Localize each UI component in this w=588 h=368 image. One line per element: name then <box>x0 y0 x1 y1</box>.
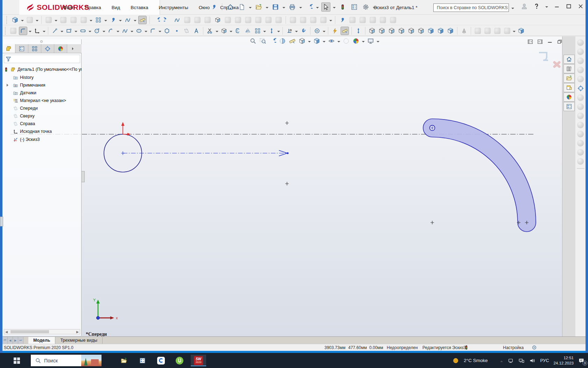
tool-ball-1-icon[interactable] <box>577 39 584 46</box>
mirror-entities-button[interactable] <box>244 27 252 35</box>
rectangle-tool-button[interactable] <box>65 27 73 35</box>
sketch-fillet-button[interactable] <box>149 27 157 35</box>
help-caret[interactable] <box>545 6 548 9</box>
weldment-button[interactable] <box>483 27 492 35</box>
cast-tray-icon[interactable] <box>507 357 514 364</box>
previous-view-button[interactable] <box>269 37 276 45</box>
arc-tool-button[interactable] <box>107 27 115 35</box>
extrude-cut-button[interactable] <box>79 16 88 24</box>
maximize-icon[interactable] <box>566 3 572 9</box>
close-icon[interactable] <box>578 3 584 9</box>
hide-show-items-button[interactable] <box>328 37 335 45</box>
select-tool-button[interactable] <box>321 2 330 12</box>
reference-plane-button[interactable] <box>338 16 346 24</box>
view-cube-1[interactable] <box>368 27 376 35</box>
dock-left-icon[interactable] <box>527 39 533 45</box>
network-tray-icon[interactable] <box>518 357 525 364</box>
tree-item-material[interactable]: Материал <не указан> <box>2 97 82 104</box>
grid-system-button[interactable] <box>9 27 18 35</box>
view-cube-3[interactable] <box>387 27 396 35</box>
task-pane-library-tab[interactable] <box>564 64 575 73</box>
intersect-button[interactable] <box>234 16 242 24</box>
propertymanager-tab[interactable] <box>15 44 28 53</box>
view-cube-shaded-2[interactable] <box>436 27 445 35</box>
configurationmanager-tab[interactable] <box>28 44 41 53</box>
thread-button[interactable] <box>274 16 283 24</box>
loft-boss-button[interactable] <box>59 16 68 24</box>
save-button[interactable] <box>271 2 280 12</box>
tab-scroll-last[interactable]: ⏭ <box>18 337 23 344</box>
modify-sketch-button[interactable] <box>354 27 363 35</box>
search-scope-caret[interactable] <box>511 8 514 11</box>
tree-item-origin[interactable]: Исходная точка <box>2 128 82 135</box>
tree-item-annotations[interactable]: Примечания <box>2 82 82 89</box>
tool-ball-11-icon[interactable] <box>577 140 584 146</box>
point-ref-button[interactable] <box>369 16 377 24</box>
model-tab[interactable]: Модель <box>28 337 55 344</box>
home-button[interactable] <box>226 2 235 12</box>
toolbar-grip[interactable] <box>6 16 8 24</box>
spline-tool-button[interactable] <box>121 27 129 35</box>
task-pane-custom-properties-tab[interactable] <box>564 83 575 92</box>
menu-file[interactable]: Файл <box>62 4 75 12</box>
panel-grab-handle[interactable] <box>40 40 43 43</box>
tool-ball-13-icon[interactable] <box>577 158 584 165</box>
scroll-right-arrow[interactable]: ▶ <box>75 330 80 334</box>
dropdown-caret[interactable] <box>316 7 319 10</box>
tray-expand-chevron[interactable] <box>500 359 503 362</box>
dropdown-caret[interactable] <box>249 7 252 10</box>
displaymanager-tab[interactable] <box>54 44 67 53</box>
wrap-button[interactable] <box>224 16 232 24</box>
tree-horizontal-scrollbar[interactable]: ◀ ▶ <box>4 329 80 334</box>
plane-sketch-button[interactable] <box>182 27 191 35</box>
dropdown-caret[interactable] <box>333 7 336 10</box>
tab-scroll-prev[interactable]: ◀ <box>8 337 13 344</box>
tree-item-sensors[interactable]: Датчики <box>2 89 82 96</box>
advanced-hole-button[interactable] <box>264 16 273 24</box>
tab-scroll-first[interactable]: ⏮ <box>2 337 8 344</box>
repair-sketch-button[interactable] <box>299 27 308 35</box>
view-cube-5[interactable] <box>407 27 415 35</box>
instant2d-button[interactable] <box>341 27 349 35</box>
panel-splitter-handle[interactable] <box>82 171 85 182</box>
tree-item-part-root[interactable]: Деталь1 (По умолчанию<<По умолча <box>2 66 82 73</box>
tree-item-top-plane[interactable]: Сверху <box>2 113 82 120</box>
tree-filter-box[interactable] <box>4 55 80 63</box>
attach-cube-button[interactable] <box>517 27 525 35</box>
tool-ball-12-icon[interactable] <box>577 149 584 156</box>
taskbar-search-box[interactable]: Поиск <box>31 355 102 366</box>
hole-wizard-button[interactable] <box>254 16 262 24</box>
display-relations-button[interactable] <box>285 27 294 35</box>
trim-entities-button[interactable] <box>206 27 214 35</box>
convert-entities-button[interactable] <box>220 27 228 35</box>
apply-scene-button[interactable] <box>352 37 360 45</box>
circle-tool-button[interactable] <box>93 27 101 35</box>
menu-edit[interactable]: Правка <box>84 4 102 12</box>
make-block-button[interactable] <box>313 27 321 35</box>
pin-menu-icon[interactable] <box>209 2 218 12</box>
dropdown-caret[interactable] <box>282 7 285 10</box>
three-d-views-tab[interactable]: Трехмерные виды <box>55 337 103 344</box>
tree-item-right-plane[interactable]: Справа <box>2 120 82 127</box>
combine-button[interactable] <box>289 16 297 24</box>
view-cube-shaded-1[interactable] <box>427 27 435 35</box>
centerline-endpoint[interactable] <box>287 152 288 154</box>
tool-ball-2-icon[interactable] <box>577 48 584 55</box>
dropdown-caret[interactable] <box>377 41 379 44</box>
task-pane-home-tab[interactable] <box>564 55 575 64</box>
view-cube-2[interactable] <box>378 27 386 35</box>
new-document-button[interactable] <box>237 2 246 12</box>
dropdown-caret[interactable] <box>266 7 268 10</box>
display-style-button[interactable] <box>313 37 321 45</box>
coordinate-system-button[interactable] <box>358 16 367 24</box>
curves-button[interactable] <box>124 16 132 24</box>
zoom-to-area-button[interactable] <box>259 37 267 45</box>
view-cube-shaded-3[interactable] <box>446 27 455 35</box>
mold-tools-button[interactable] <box>493 27 502 35</box>
tree-item-history[interactable]: History <box>2 74 82 81</box>
move-entities-button[interactable] <box>267 27 276 35</box>
tool-ball-8-icon[interactable] <box>577 113 584 119</box>
office-app-taskbar-icon[interactable] <box>135 355 150 366</box>
tool-ball-6-icon[interactable] <box>577 94 584 101</box>
exit-sketch-button[interactable] <box>19 27 27 35</box>
